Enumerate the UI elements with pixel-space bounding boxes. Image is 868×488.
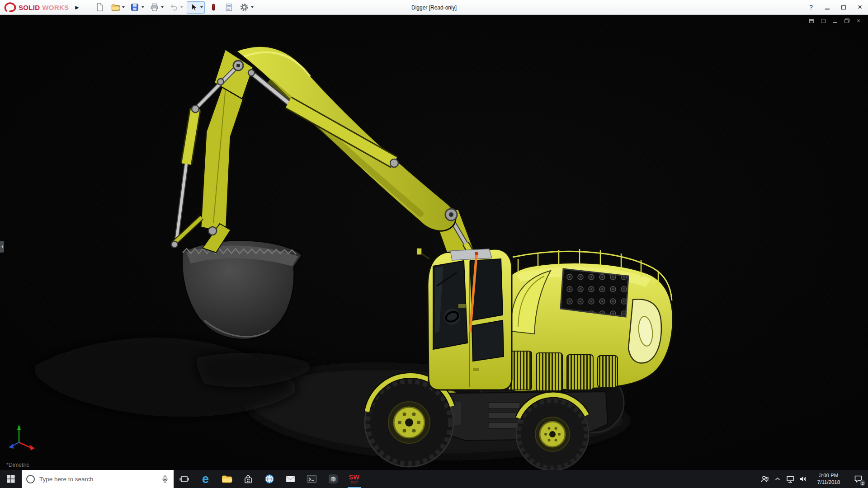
mail-app-button[interactable] [280, 470, 301, 488]
flyout-arrow-icon [1, 245, 3, 249]
speaker-icon [798, 474, 807, 483]
cab[interactable] [417, 248, 512, 390]
solidworks-icon-year: 2017 [351, 481, 358, 484]
doc-restore-icon [844, 19, 849, 23]
split-window-icon [821, 19, 826, 23]
rebuild-icon [208, 2, 219, 13]
bucket[interactable] [182, 224, 302, 339]
undo-dropdown-chevron[interactable] [180, 6, 183, 8]
people-button[interactable] [759, 470, 771, 488]
split-window-button[interactable] [820, 18, 826, 24]
new-window-icon [809, 19, 814, 23]
window-title: Digger [Read-only] [411, 0, 457, 15]
help-button[interactable]: ? [803, 0, 819, 14]
solidworks-icon-letters: SW [349, 474, 360, 480]
maximize-icon [841, 5, 846, 9]
save-dropdown-chevron[interactable] [142, 6, 144, 8]
select-dropdown-chevron[interactable] [200, 6, 203, 8]
panel-flyout-tab[interactable] [0, 241, 4, 253]
clock-time: 3:00 PM [819, 472, 839, 479]
system-tray: 3:00 PM 7/11/2018 2 [759, 470, 868, 488]
edge-icon: e [202, 473, 209, 485]
cortana-icon [26, 475, 35, 483]
excavator-model[interactable] [0, 15, 868, 470]
dark-app-button[interactable] [322, 470, 344, 488]
mirror [417, 248, 422, 255]
orientation-triad [9, 424, 35, 450]
brand-works-text: WORKS [42, 4, 69, 11]
menu-expand-arrow[interactable]: ▶ [73, 4, 80, 11]
task-view-icon [179, 475, 189, 483]
store-app-button[interactable] [237, 470, 259, 488]
globe-app-icon [264, 474, 274, 484]
quick-access-toolbar [94, 1, 257, 14]
hidden-icons-button[interactable] [771, 470, 784, 488]
document-window-controls: × [808, 18, 862, 24]
print-dropdown-chevron[interactable] [161, 6, 164, 8]
close-button[interactable]: × [852, 0, 868, 14]
undo-icon [169, 2, 179, 13]
start-button[interactable] [0, 470, 22, 488]
edge-app-button[interactable]: e [195, 470, 216, 488]
solidworks-app-button[interactable]: SW 2017 [344, 470, 365, 488]
intake-panel [561, 269, 628, 317]
action-center-button[interactable]: 2 [848, 470, 868, 488]
ds-logo-icon [4, 2, 16, 13]
store-bag-icon [243, 474, 253, 484]
brand-solid-text: SOLID [19, 4, 40, 11]
window-controls: ? × [803, 0, 868, 14]
task-view-button[interactable] [174, 470, 195, 488]
open-folder-icon [110, 2, 121, 13]
microphone-icon[interactable] [161, 474, 169, 483]
doc-minimize-button[interactable] [832, 18, 838, 24]
doc-restore-button[interactable] [844, 18, 850, 24]
undo-button[interactable] [167, 2, 184, 13]
print-button[interactable] [148, 2, 165, 13]
new-document-button[interactable] [94, 2, 107, 13]
save-button[interactable] [128, 2, 146, 13]
new-document-icon [95, 2, 105, 13]
network-button[interactable] [784, 470, 797, 488]
file-explorer-button[interactable] [216, 470, 237, 488]
options-dropdown-chevron[interactable] [251, 6, 254, 8]
taskbar-clock[interactable]: 3:00 PM 7/11/2018 [809, 470, 848, 488]
maximize-button[interactable] [835, 0, 852, 14]
minimize-icon [825, 9, 830, 9]
solidworks-logo: SOLIDWORKS [0, 2, 69, 13]
orientation-label: *Dimetric [6, 462, 29, 468]
file-properties-icon [224, 2, 234, 13]
command-prompt-button[interactable] [301, 470, 322, 488]
new-window-button[interactable] [808, 18, 815, 24]
notification-badge: 2 [859, 480, 866, 486]
rebuild-button[interactable] [207, 2, 220, 13]
door-window [472, 320, 504, 361]
command-prompt-icon [307, 474, 317, 483]
graphics-viewport[interactable]: × *Dimetric [0, 15, 868, 470]
door-handle [473, 368, 479, 371]
minimize-button[interactable] [819, 0, 835, 14]
file-explorer-icon [222, 474, 232, 483]
doc-close-button[interactable]: × [855, 18, 862, 24]
windows-logo-icon [7, 475, 15, 483]
taskbar: e [0, 470, 868, 488]
cube-app-icon [328, 474, 338, 484]
network-icon [786, 474, 795, 483]
save-floppy-icon [130, 2, 140, 13]
globe-app-button[interactable] [259, 470, 280, 488]
roof-panel [450, 249, 492, 260]
select-cursor-icon [189, 2, 199, 13]
open-button[interactable] [109, 2, 126, 13]
select-button[interactable] [187, 1, 205, 14]
options-button[interactable] [238, 2, 255, 13]
titlebar: SOLIDWORKS ▶ [0, 0, 868, 15]
search-input[interactable] [38, 475, 157, 483]
file-properties-button[interactable] [222, 2, 236, 13]
clock-date: 7/11/2018 [817, 479, 840, 486]
taskbar-search[interactable] [22, 470, 174, 488]
volume-button[interactable] [797, 470, 809, 488]
open-dropdown-chevron[interactable] [122, 6, 125, 8]
engine-grille [507, 351, 618, 391]
doc-minimize-icon [833, 22, 837, 23]
gear-icon [239, 2, 250, 13]
solidworks-app-icon: SW 2017 [349, 474, 360, 484]
